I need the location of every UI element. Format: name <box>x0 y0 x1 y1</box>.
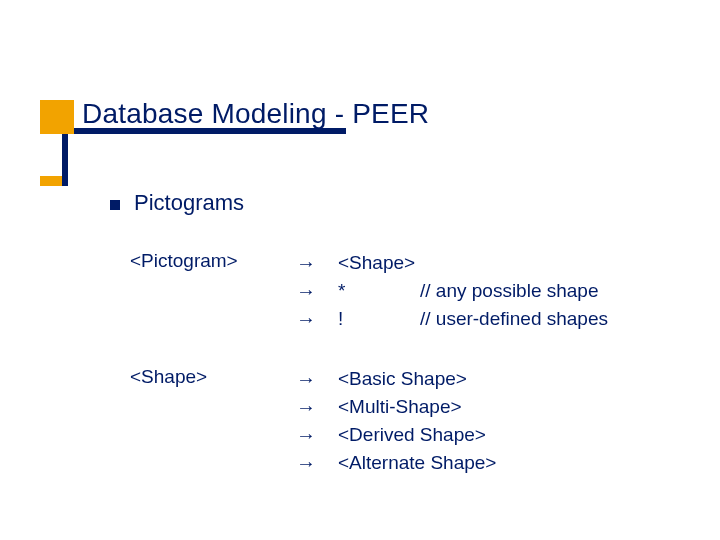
arrow-icon: → <box>296 366 316 392</box>
rhs-comment: // any possible shape <box>420 278 599 304</box>
rhs-line: <Alternate Shape> <box>338 450 608 476</box>
bullet-text: Pictograms <box>134 190 244 216</box>
rule-rhs: <Basic Shape> <Multi-Shape> <Derived Sha… <box>338 366 608 476</box>
rhs-line: <Basic Shape> <box>338 366 608 392</box>
rule-lhs: <Pictogram> <box>130 250 290 332</box>
bullet-square-icon <box>110 200 120 210</box>
slide: Database Modeling - PEER Pictograms <Pic… <box>0 0 720 540</box>
rhs-line: <Shape> <box>338 250 608 276</box>
arrow-icon: → <box>296 450 316 476</box>
rhs-line: <Derived Shape> <box>338 422 608 448</box>
grammar-rule: <Pictogram> → → → <Shape> * // any possi… <box>130 250 608 332</box>
accent-navy-vertical <box>62 134 68 186</box>
rhs-text: <Derived Shape> <box>338 422 486 448</box>
grammar-rule: <Shape> → → → → <Basic Shape> <Multi-Sha… <box>130 366 608 476</box>
rhs-comment: // user-defined shapes <box>420 306 608 332</box>
rhs-line: ! // user-defined shapes <box>338 306 608 332</box>
arrow-icon: → <box>296 306 316 332</box>
arrow-icon: → <box>296 250 316 276</box>
rule-rhs: <Shape> * // any possible shape ! // use… <box>338 250 608 332</box>
slide-title: Database Modeling - PEER <box>82 98 429 130</box>
grammar-block: <Pictogram> → → → <Shape> * // any possi… <box>130 250 608 510</box>
rule-arrows: → → → → <box>296 366 332 476</box>
arrow-icon: → <box>296 394 316 420</box>
rhs-text: <Multi-Shape> <box>338 394 462 420</box>
rhs-text: <Alternate Shape> <box>338 450 496 476</box>
accent-orange-box <box>40 100 74 134</box>
arrow-icon: → <box>296 278 316 304</box>
bullet-level1: Pictograms <box>110 190 244 216</box>
rhs-text: * <box>338 278 362 304</box>
arrow-icon: → <box>296 422 316 448</box>
rhs-text: ! <box>338 306 362 332</box>
accent-orange-dash <box>40 176 62 186</box>
rhs-line: * // any possible shape <box>338 278 608 304</box>
rule-arrows: → → → <box>296 250 332 332</box>
rhs-text: <Shape> <box>338 250 415 276</box>
rhs-line: <Multi-Shape> <box>338 394 608 420</box>
rule-lhs: <Shape> <box>130 366 290 476</box>
rhs-text: <Basic Shape> <box>338 366 467 392</box>
